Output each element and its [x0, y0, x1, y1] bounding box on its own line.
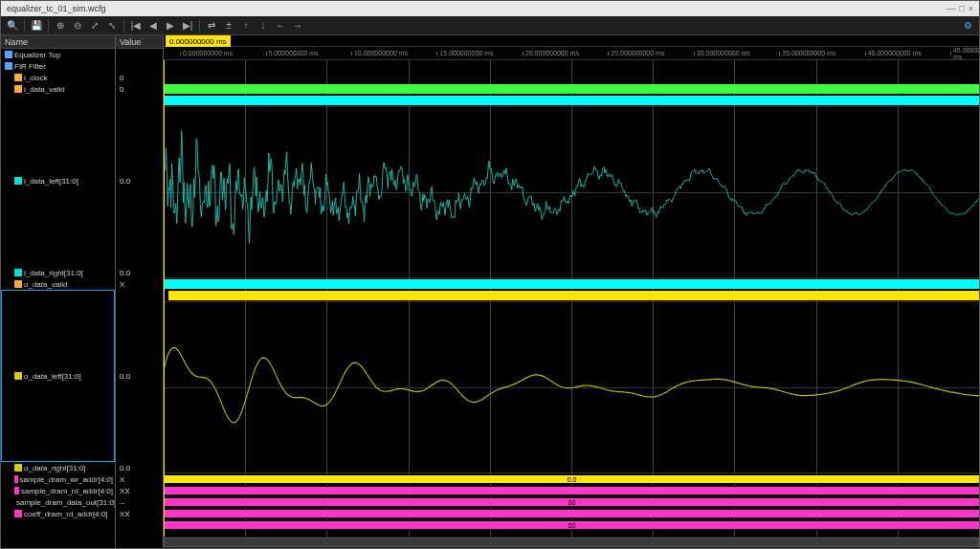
toolbar-separator	[48, 19, 49, 33]
signal-icon	[14, 85, 22, 93]
signal-name-label: o_data_right[31:0]	[24, 464, 86, 472]
signal-name-label: sample_dram_wr_addr[4:0]	[20, 475, 113, 484]
pink-icon	[14, 487, 19, 494]
bus-value: 00	[164, 497, 979, 507]
signal-value-cell[interactable]	[116, 49, 163, 60]
signal-value-cell[interactable]: 0	[116, 72, 163, 83]
name-column-header[interactable]: Name	[1, 35, 115, 49]
ruler-tick: 25.000000000 ms	[608, 47, 664, 59]
ruler-tick: 10.000000000 ms	[351, 47, 408, 59]
signal-value-cell[interactable]: XX	[116, 508, 163, 519]
move-down-icon[interactable]: ↓	[256, 18, 271, 33]
gear-icon[interactable]: ⚙	[960, 18, 975, 33]
ruler-tick-label: 0.000000000 ms	[183, 50, 233, 56]
signal-name-label: i_data_valid	[24, 85, 65, 94]
zoom-out-icon[interactable]: ⊖	[70, 18, 85, 33]
name-rows: Equalizer TopFIR Filteri_clocki_data_val…	[1, 49, 115, 548]
zoom-fit-icon[interactable]: ⤢	[87, 18, 102, 33]
waveform-track: 00	[164, 496, 979, 508]
save-icon[interactable]: 💾	[29, 18, 44, 33]
window-controls: — □ ×	[947, 4, 973, 13]
signal-name-row[interactable]: o_data_valid	[1, 278, 115, 290]
prev-icon[interactable]: ◀	[145, 18, 161, 33]
name-column[interactable]: Name Equalizer TopFIR Filteri_clocki_dat…	[1, 35, 116, 548]
signal-name-row[interactable]: sample_dram_data_out[31:0]	[1, 496, 115, 508]
waveform-canvas[interactable]: 0.00000	[164, 60, 979, 537]
signal-name-row[interactable]: FIR Filter	[1, 60, 115, 72]
bus-value	[164, 509, 979, 518]
signal-name-row[interactable]: sample_dram_rd_addr[4:0]	[1, 485, 115, 496]
time-cursor[interactable]	[164, 60, 165, 537]
ruler-tick: 40.000000000 ms	[865, 47, 922, 59]
value-column-header[interactable]: Value	[116, 35, 163, 49]
signal-value-cell[interactable]: 0.0	[116, 267, 163, 278]
ruler-tick: 30.000000000 ms	[694, 47, 750, 59]
signal-name-label: i_data_left[31:0]	[24, 177, 78, 186]
signal-name-row[interactable]: Equalizer Top	[1, 49, 115, 60]
signal-value-cell[interactable]: --	[116, 496, 163, 508]
signal-name-label: o_data_left[31:0]	[24, 372, 81, 381]
search-icon[interactable]: 🔍	[5, 18, 20, 33]
next-icon[interactable]: ▶	[163, 18, 178, 33]
waveform-area: 0.000000000 ms 0.000000000 ms5.000000000…	[164, 35, 979, 548]
cursor-bar[interactable]: 0.000000000 ms	[164, 35, 979, 47]
signal-value-cell[interactable]: 0.0	[116, 290, 163, 462]
signal-value-cell[interactable]: 0.0	[116, 95, 163, 267]
last-icon[interactable]: ▶|	[180, 18, 195, 33]
signal-value-cell[interactable]: 0	[116, 83, 163, 95]
signal-value-cell[interactable]: 0.0	[116, 462, 163, 473]
ruler-tick: 15.000000000 ms	[436, 47, 493, 59]
horizontal-scrollbar[interactable]	[164, 537, 979, 548]
titlebar: equalizer_tc_01_sim.wcfg — □ ×	[1, 1, 979, 16]
ruler-tick-label: 15.000000000 ms	[439, 50, 493, 56]
signal-name-row[interactable]: i_data_left[31:0]	[1, 95, 115, 267]
signal-name-row[interactable]: sample_dram_wr_addr[4:0]	[1, 473, 115, 485]
minimize-button[interactable]: —	[947, 4, 955, 13]
toolbar-separator	[24, 19, 25, 33]
folder-icon	[5, 62, 12, 70]
add-marker-icon[interactable]: ±	[221, 18, 236, 33]
signal-name-label: sample_dram_data_out[31:0]	[16, 498, 115, 507]
signal-name-row[interactable]: coeff_dram_rd_addr[4:0]	[1, 508, 115, 519]
signal-name-label: FIR Filter	[14, 62, 46, 71]
move-left-icon[interactable]: ←	[273, 18, 288, 33]
move-up-icon[interactable]: ↑	[238, 18, 254, 33]
signal-icon	[14, 280, 22, 288]
bus2-icon	[14, 372, 22, 380]
signal-name-label: sample_dram_rd_addr[4:0]	[21, 487, 113, 495]
zoom-sel-icon[interactable]: ⤡	[104, 18, 120, 33]
maximize-button[interactable]: □	[959, 4, 964, 13]
time-ruler[interactable]: 0.000000000 ms5.000000000 ms10.000000000…	[164, 47, 979, 60]
window-title: equalizer_tc_01_sim.wcfg	[7, 4, 106, 13]
bus-value	[164, 486, 979, 495]
bus-icon	[14, 269, 22, 276]
bus-value: 0.0	[164, 474, 979, 484]
toolbar-separator	[199, 19, 200, 33]
signal-name-row[interactable]: i_data_valid	[1, 83, 115, 95]
signal-value-cell[interactable]: X	[116, 473, 163, 485]
signal-name-row[interactable]: i_clock	[1, 72, 115, 83]
signal-value-cell[interactable]: XX	[116, 485, 163, 496]
move-right-icon[interactable]: →	[290, 18, 305, 33]
signal-name-label: i_clock	[24, 74, 47, 82]
ruler-tick-label: 20.000000000 ms	[525, 50, 579, 56]
waveform-track	[164, 106, 979, 278]
waveform-track	[164, 278, 979, 290]
signal-value-cell[interactable]: X	[116, 278, 163, 290]
first-icon[interactable]: |◀	[128, 18, 144, 33]
value-column[interactable]: Value 000.00.0X0.00.0XXX--XX	[116, 35, 164, 548]
close-button[interactable]: ×	[969, 4, 973, 13]
signal-name-row[interactable]: i_data_right[31:0]	[1, 267, 115, 278]
signal-name-row[interactable]: o_data_right[31:0]	[1, 462, 115, 473]
signal-name-label: o_data_valid	[24, 280, 67, 289]
bus-icon	[14, 177, 22, 185]
signal-name-row[interactable]: o_data_left[31:0]	[1, 290, 115, 462]
swap-icon[interactable]: ⇄	[204, 18, 219, 33]
zoom-in-icon[interactable]: ⊕	[53, 18, 68, 33]
signal-name-label: i_data_right[31:0]	[24, 269, 83, 277]
cursor-time-label[interactable]: 0.000000000 ms	[166, 35, 231, 47]
signal-value-cell[interactable]	[116, 60, 163, 72]
scrollbar-thumb[interactable]	[164, 538, 979, 547]
signal-icon	[14, 74, 22, 81]
waveform-track	[164, 290, 979, 301]
